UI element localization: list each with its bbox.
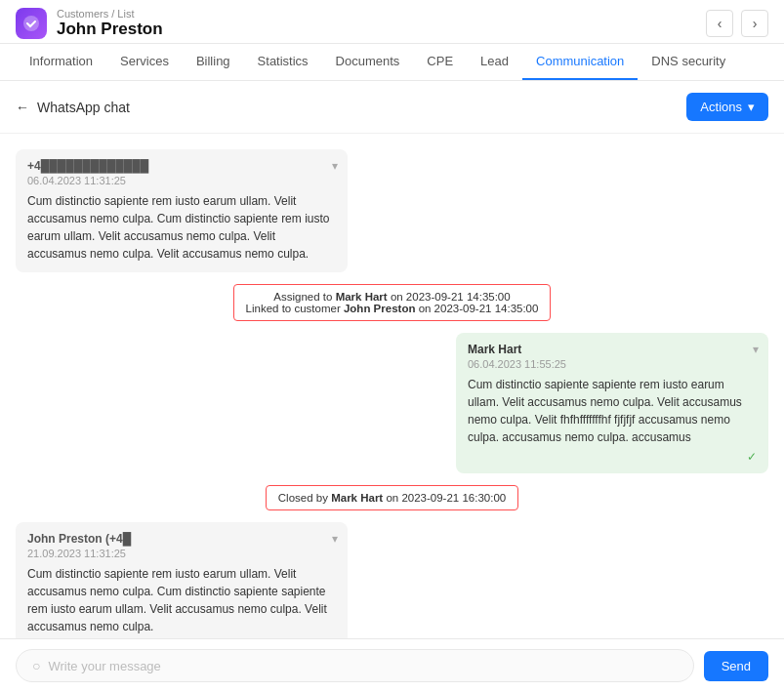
chat-input-area: ○ Write your message Send	[0, 638, 784, 692]
message-text: Cum distinctio sapiente rem iusto earum …	[27, 192, 336, 263]
message-time: 06.04.2023 11:55:25	[468, 358, 757, 370]
content-area: ← WhatsApp chat Actions ▾ +4████████████…	[0, 81, 784, 692]
svg-point-0	[23, 16, 39, 31]
back-button[interactable]: ← WhatsApp chat	[16, 100, 130, 115]
message-time: 21.09.2023 11:31:25	[27, 548, 336, 559]
message-sender: Mark Hart	[468, 343, 521, 356]
message-bubble-left-2: John Preston (+4█ ▾ 21.09.2023 11:31:25 …	[16, 522, 348, 638]
actions-label: Actions	[700, 100, 742, 114]
system-message-2: Closed by Mark Hart on 2023-09-21 16:30:…	[266, 485, 518, 510]
message-chevron-icon[interactable]: ▾	[332, 159, 338, 173]
system-message-1: Assigned to Mark Hart on 2023-09-21 14:3…	[233, 284, 552, 321]
message-time: 06.04.2023 11:31:25	[27, 175, 336, 186]
send-button[interactable]: Send	[704, 651, 768, 681]
tab-documents[interactable]: Documents	[322, 44, 414, 80]
message-chevron-icon[interactable]: ▾	[753, 343, 759, 356]
chat-header-title: WhatsApp chat	[37, 100, 130, 115]
message-sender: +4█████████████	[27, 159, 148, 173]
message-text: Cum distinctio sapiente sapiente rem ius…	[468, 376, 757, 446]
message-sender: John Preston (+4█	[27, 532, 131, 546]
system-message-line2: Linked to customer John Preston on 2023-…	[246, 303, 539, 314]
breadcrumb: Customers / List	[57, 8, 163, 20]
actions-button[interactable]: Actions ▾	[686, 93, 768, 121]
tab-statistics[interactable]: Statistics	[244, 44, 322, 80]
list-item: +4█████████████ ▾ 06.04.2023 11:31:25 Cu…	[16, 149, 348, 272]
system-message-line1: Assigned to Mark Hart on 2023-09-21 14:3…	[246, 291, 539, 303]
tab-billing[interactable]: Billing	[183, 44, 244, 80]
tab-lead[interactable]: Lead	[467, 44, 522, 80]
back-arrow-icon: ←	[16, 100, 29, 115]
chat-messages: +4█████████████ ▾ 06.04.2023 11:31:25 Cu…	[0, 134, 784, 638]
top-bar: Customers / List John Preston ‹ ›	[0, 0, 784, 44]
tab-services[interactable]: Services	[106, 44, 183, 80]
tab-information[interactable]: Information	[16, 44, 106, 80]
nav-arrows: ‹ ›	[706, 10, 768, 37]
system-message-closed: Closed by Mark Hart on 2023-09-21 16:30:…	[278, 492, 506, 504]
message-bubble-right-1: Mark Hart ▾ 06.04.2023 11:55:25 Cum dist…	[456, 333, 768, 473]
chat-input-wrapper[interactable]: ○ Write your message	[16, 649, 694, 682]
list-item: Mark Hart ▾ 06.04.2023 11:55:25 Cum dist…	[16, 333, 768, 473]
assigned-name: Mark Hart	[336, 291, 388, 303]
input-placeholder: Write your message	[48, 659, 160, 673]
tab-dns-security[interactable]: DNS security	[638, 44, 739, 80]
prev-arrow[interactable]: ‹	[706, 10, 733, 37]
list-item: John Preston (+4█ ▾ 21.09.2023 11:31:25 …	[16, 522, 348, 638]
page-title: John Preston	[57, 20, 163, 39]
input-icon: ○	[32, 658, 40, 673]
breadcrumb-title: Customers / List John Preston	[57, 8, 163, 39]
tab-bar: Information Services Billing Statistics …	[0, 44, 784, 81]
message-check: ✓	[468, 450, 757, 464]
actions-chevron-icon: ▾	[748, 100, 755, 114]
top-bar-left: Customers / List John Preston	[16, 8, 163, 39]
message-text: Cum distinctio sapiente rem iusto earum …	[27, 565, 336, 635]
next-arrow[interactable]: ›	[741, 10, 768, 37]
app-icon	[16, 8, 47, 39]
message-chevron-icon[interactable]: ▾	[332, 532, 338, 546]
tab-communication[interactable]: Communication	[522, 44, 638, 80]
closed-name: Mark Hart	[331, 492, 383, 504]
linked-name: John Preston	[344, 303, 415, 314]
chat-header: ← WhatsApp chat Actions ▾	[0, 81, 784, 134]
message-bubble-left-1: +4█████████████ ▾ 06.04.2023 11:31:25 Cu…	[16, 149, 348, 272]
tab-cpe[interactable]: CPE	[413, 44, 467, 80]
